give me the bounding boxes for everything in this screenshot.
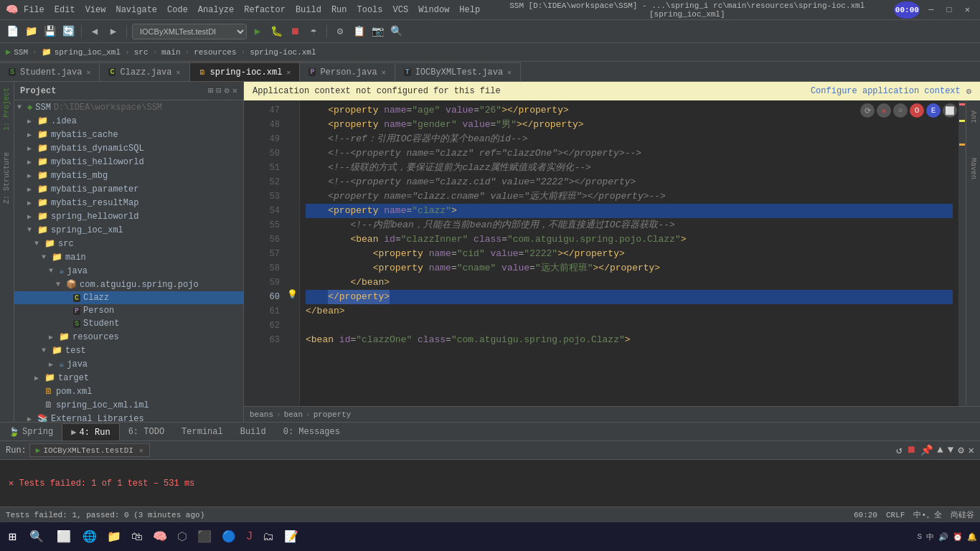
minimize-button[interactable]: ─: [924, 5, 938, 15]
nav-spring-ioc-xml[interactable]: 📁 spring_ioc_xml: [42, 47, 121, 57]
menu-help[interactable]: Help: [459, 5, 480, 15]
tree-item-test[interactable]: ▼ 📁 test: [14, 344, 243, 357]
taskbar-git[interactable]: ⬡: [173, 527, 192, 547]
tasks-button[interactable]: 📋: [351, 24, 367, 39]
new-file-button[interactable]: 📄: [4, 24, 20, 39]
browser-icon-6[interactable]: ⬜: [943, 103, 957, 118]
tree-item-clazz[interactable]: C Clazz: [14, 291, 243, 304]
taskbar-store[interactable]: 🛍: [127, 527, 147, 547]
browser-icon-5[interactable]: E: [926, 103, 941, 118]
menu-build[interactable]: Build: [296, 5, 321, 15]
close-bottom-button[interactable]: ✕: [969, 444, 974, 456]
debug-button[interactable]: 🐛: [268, 24, 284, 39]
tree-item-package[interactable]: ▼ 📦 com.atguigu.spring.pojo: [14, 278, 243, 291]
cursor-position[interactable]: 60:20: [854, 511, 877, 519]
pin-button[interactable]: 📌: [920, 444, 933, 456]
run-tab-item[interactable]: ▶ IOCByXMLTest.testDI ✕: [29, 443, 150, 457]
taskbar-folder[interactable]: 📁: [103, 527, 126, 547]
tab-build[interactable]: Build: [232, 423, 275, 441]
stop-run-button[interactable]: ⏹: [906, 444, 916, 456]
sidebar-close-icon[interactable]: ✕: [232, 85, 237, 96]
taskbar-app[interactable]: 📝: [280, 527, 303, 547]
tab-messages[interactable]: 0: Messages: [275, 423, 349, 441]
browser-icon-1[interactable]: ⟳: [860, 103, 875, 118]
tree-item-mybatis-parameter[interactable]: ▶ 📁 mybatis_parameter: [14, 182, 243, 196]
tree-item-main[interactable]: ▼ 📁 main: [14, 250, 243, 264]
taskbar-edge[interactable]: 🌐: [78, 527, 101, 547]
maximize-button[interactable]: □: [943, 5, 956, 15]
menu-window[interactable]: Window: [418, 5, 449, 15]
menu-vcs[interactable]: VCS: [393, 5, 409, 15]
tab-maven[interactable]: Maven: [968, 155, 979, 182]
taskbar-term[interactable]: ⬛: [193, 527, 216, 547]
sync-button[interactable]: 🔄: [60, 24, 76, 39]
tab-person-java[interactable]: P Person.java ✕: [300, 62, 395, 81]
breadcrumb-property[interactable]: property: [314, 410, 352, 419]
tray-notification[interactable]: 🔔: [967, 532, 977, 542]
tab-close-student[interactable]: ✕: [86, 68, 90, 77]
line-ending[interactable]: CRLF: [886, 511, 905, 519]
nav-main[interactable]: main: [161, 48, 180, 57]
menu-run[interactable]: Run: [331, 5, 347, 15]
tree-item-java[interactable]: ▼ ☕ java: [14, 264, 243, 278]
rerun-button[interactable]: ↺: [896, 444, 902, 456]
tab-run[interactable]: ▶ 4: Run: [62, 423, 119, 441]
taskbar-explorer[interactable]: 🗂: [258, 527, 278, 547]
menu-edit[interactable]: Edit: [55, 5, 75, 15]
configure-link[interactable]: Configure application context: [811, 86, 961, 96]
run-tab-close-button[interactable]: ✕: [139, 446, 143, 455]
tab-spring-ioc-xml[interactable]: 🗎 spring-ioc.xml ✕: [190, 62, 301, 81]
taskbar-chrome[interactable]: 🔵: [217, 527, 240, 547]
run-button[interactable]: ▶: [250, 24, 265, 39]
settings-run-button[interactable]: ⚙: [958, 444, 963, 456]
tree-item-spring-helloworld[interactable]: ▶ 📁 spring_helloworld: [14, 209, 243, 223]
nav-src[interactable]: src: [134, 48, 149, 57]
tab-terminal[interactable]: Terminal: [173, 423, 232, 441]
configure-settings-icon[interactable]: ⚙: [966, 86, 971, 97]
tree-item-target[interactable]: ▶ 📁 target: [14, 371, 243, 385]
breadcrumb-beans[interactable]: beans: [250, 410, 273, 419]
save-button[interactable]: 💾: [42, 24, 57, 39]
taskbar-task-view[interactable]: ⬜: [51, 527, 77, 547]
gutter-info-mark[interactable]: [959, 143, 965, 146]
tree-item-external-libs[interactable]: ▶ 📚 External Libraries: [14, 412, 243, 422]
tab-spring[interactable]: 🍃 Spring: [0, 423, 62, 441]
up-button[interactable]: ▲: [937, 444, 943, 456]
tab-close-person[interactable]: ✕: [382, 68, 386, 77]
nav-spring-ioc-file[interactable]: spring-ioc.xml: [250, 48, 316, 57]
tree-item-src[interactable]: ▼ 📁 src: [14, 237, 243, 250]
tree-item-mybatis-resultmap[interactable]: ▶ 📁 mybatis_resultMap: [14, 196, 243, 209]
tab-clazz-java[interactable]: C Clazz.java ✕: [100, 62, 189, 81]
tree-item-pom-xml[interactable]: 🗎 pom.xml: [14, 385, 243, 398]
open-button[interactable]: 📁: [23, 24, 39, 39]
bulb-icon[interactable]: 💡: [287, 289, 298, 300]
sidebar-expand-icon[interactable]: ⊞: [208, 85, 213, 96]
taskbar-idea2[interactable]: J: [242, 527, 258, 546]
breadcrumb-bean[interactable]: bean: [284, 410, 303, 419]
start-button[interactable]: ⊞: [3, 526, 22, 547]
stop-button[interactable]: ⏹: [287, 24, 303, 39]
tab-close-spring-ioc[interactable]: ✕: [286, 68, 291, 77]
menu-refactor[interactable]: Refactor: [244, 5, 286, 15]
tab-structure[interactable]: Z: Structure: [1, 149, 12, 207]
taskbar-search[interactable]: 🔍: [24, 527, 50, 547]
menu-view[interactable]: View: [85, 5, 106, 15]
tree-item-iml[interactable]: 🗎 spring_ioc_xml.iml: [14, 398, 243, 412]
forward-button[interactable]: ▶: [105, 24, 121, 39]
menu-tools[interactable]: Tools: [357, 5, 383, 15]
nav-ssm[interactable]: ▶ SSM: [6, 47, 28, 57]
down-button[interactable]: ▼: [948, 444, 953, 456]
back-button[interactable]: ◀: [87, 24, 103, 39]
menu-analyze[interactable]: Analyze: [198, 5, 234, 15]
tab-ant[interactable]: Ant: [968, 108, 979, 126]
tab-close-ioctest[interactable]: ✕: [507, 68, 512, 77]
browser-icon-4[interactable]: O: [910, 103, 924, 118]
search-everywhere-button[interactable]: 🔍: [388, 24, 404, 39]
tree-item-ssm[interactable]: ▼ ◆ SSM D:\IDEA\workspace\SSM: [14, 100, 243, 114]
tree-item-mybatis-helloworld[interactable]: ▶ 📁 mybatis_helloworld: [14, 155, 243, 169]
tab-todo[interactable]: 6: TODO: [120, 423, 173, 441]
run-config-combo[interactable]: IOCByXMLTest.testDI: [132, 24, 247, 39]
tree-item-test-java[interactable]: ▶ ☕ java: [14, 357, 243, 371]
tree-item-spring-ioc-xml[interactable]: ▼ 📁 spring_ioc_xml: [14, 223, 243, 237]
menu-file[interactable]: File: [24, 5, 44, 15]
